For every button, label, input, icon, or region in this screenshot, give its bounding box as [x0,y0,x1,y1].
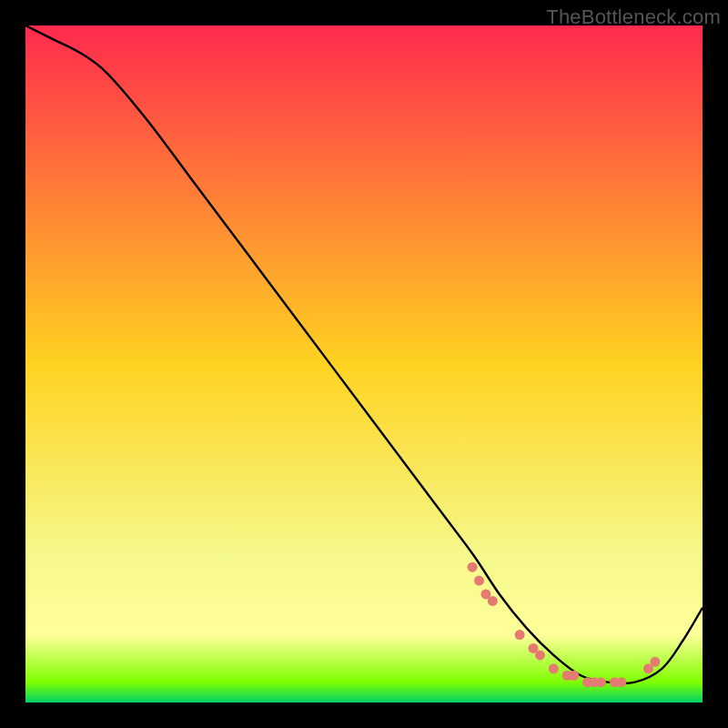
gradient-background [25,25,703,703]
scatter-point [569,671,579,681]
scatter-point [549,663,559,673]
chart-svg [25,25,703,703]
scatter-point [474,576,484,586]
scatter-point [616,677,626,687]
scatter-point [535,650,545,660]
chart-frame: TheBottleneck.com [0,0,728,728]
scatter-point [596,677,606,687]
scatter-point [650,657,660,667]
plot-area [25,25,703,703]
scatter-point [468,562,478,572]
scatter-point [488,596,498,606]
scatter-point [515,630,525,640]
